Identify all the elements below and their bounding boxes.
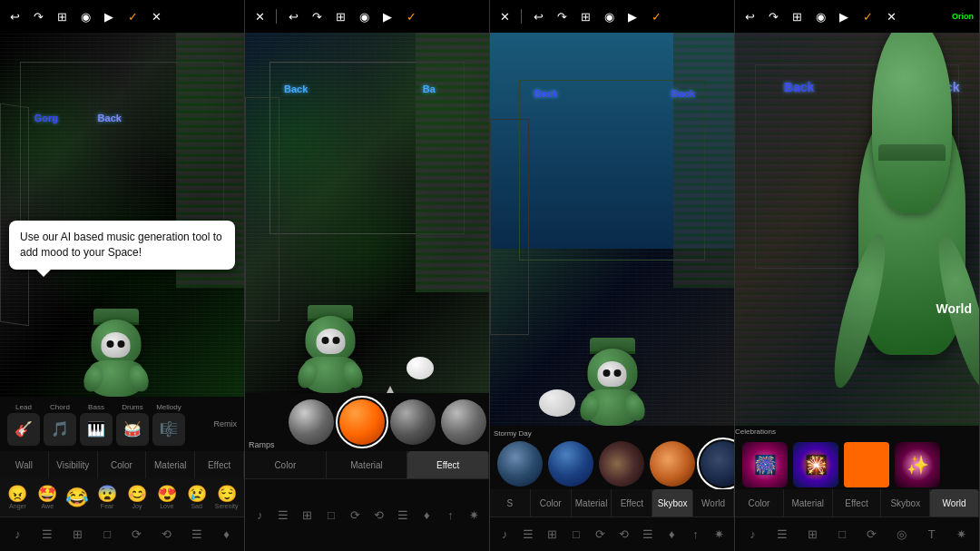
material-ball-4[interactable]: [441, 399, 486, 445]
tab-material-2[interactable]: Material: [327, 451, 408, 478]
skybox-orange[interactable]: [650, 441, 695, 487]
undo-icon[interactable]: ↩: [5, 7, 24, 25]
eye-icon[interactable]: ◉: [76, 7, 94, 25]
grid3-icon[interactable]: ⊞: [331, 7, 349, 25]
mellody-icon[interactable]: 🎼: [152, 413, 185, 446]
emoji-serenity[interactable]: 😌 Serenity: [212, 486, 240, 509]
eye2-icon[interactable]: ◉: [355, 7, 373, 25]
play4-icon[interactable]: ▶: [835, 7, 853, 25]
sparkle2-icon[interactable]: ✷: [464, 508, 485, 522]
rotate2-icon[interactable]: ⟳: [344, 508, 366, 522]
lead-icon[interactable]: 🎸: [7, 413, 40, 446]
tab-world-3[interactable]: World: [693, 489, 734, 517]
close-icon[interactable]: ✕: [147, 7, 165, 25]
tab-s-3[interactable]: S: [490, 489, 531, 517]
flip3-icon[interactable]: ⟲: [612, 517, 634, 551]
tab-color-3[interactable]: Color: [531, 489, 572, 517]
tab-wall[interactable]: Wall: [0, 451, 49, 478]
flip-icon[interactable]: ⟲: [152, 517, 181, 551]
skybox-blue-sky[interactable]: [548, 441, 593, 487]
confirm2-icon[interactable]: ✓: [402, 7, 420, 25]
list2-icon[interactable]: ☰: [392, 508, 414, 522]
play3-icon[interactable]: ▶: [623, 7, 642, 25]
undo4-icon[interactable]: ↩: [740, 7, 759, 25]
drums-icon[interactable]: 🥁: [116, 413, 149, 446]
flip2-icon[interactable]: ⟲: [368, 508, 389, 522]
grid4-icon[interactable]: ⊞: [297, 508, 318, 522]
music-icon-4[interactable]: ♪: [739, 517, 767, 551]
music-icon-2[interactable]: ♪: [249, 508, 270, 522]
tab-material-4[interactable]: Material: [784, 489, 833, 517]
sparkle3-icon[interactable]: ✷: [709, 517, 730, 551]
material-ball-2[interactable]: [339, 399, 385, 445]
tab-material[interactable]: Material: [146, 451, 195, 478]
diamond3-icon[interactable]: ♦: [661, 517, 682, 551]
menu-icon-4[interactable]: ☰: [769, 517, 797, 551]
emoji-anger[interactable]: 😠 Anger: [4, 486, 32, 509]
celebration-fireworks-pink[interactable]: 🎆: [742, 442, 788, 487]
redo4-icon[interactable]: ↷: [764, 7, 782, 25]
mellody-tool[interactable]: Mellody 🎼: [152, 403, 185, 446]
tab-color[interactable]: Color: [98, 451, 147, 478]
undo3-icon[interactable]: ↩: [529, 7, 547, 25]
rotate4-icon[interactable]: ⟳: [858, 517, 887, 551]
emoji-joy[interactable]: 😊 Joy: [123, 486, 152, 509]
close4-icon[interactable]: ✕: [882, 7, 900, 25]
emoji-fear[interactable]: 😨 Fear: [93, 486, 122, 509]
grid8-icon[interactable]: ⊞: [799, 517, 827, 551]
emoji-awe[interactable]: 🤩 Awe: [34, 486, 62, 509]
tab-effect[interactable]: Effect: [195, 451, 244, 478]
grid-icon[interactable]: ⊞: [53, 7, 71, 25]
close3-icon[interactable]: ✕: [495, 7, 514, 25]
target-icon[interactable]: ◎: [887, 517, 916, 551]
bass-tool[interactable]: Bass 🎹: [80, 403, 113, 446]
celebration-sparkle[interactable]: ✨: [895, 442, 940, 487]
skybox-night[interactable]: [701, 441, 734, 487]
emoji-love[interactable]: 😍 Love: [152, 486, 181, 509]
tab-skybox-3[interactable]: Skybox: [652, 489, 693, 517]
tab-color-2[interactable]: Color: [245, 451, 327, 478]
redo3-icon[interactable]: ↷: [553, 7, 571, 25]
tab-color-4[interactable]: Color: [735, 489, 784, 517]
tab-skybox-4[interactable]: Skybox: [881, 489, 930, 517]
tab-world-4[interactable]: World: [930, 489, 979, 517]
tab-effect-4[interactable]: Effect: [833, 489, 882, 517]
tab-effect-3[interactable]: Effect: [612, 489, 652, 517]
menu-icon-3[interactable]: ☰: [517, 517, 539, 551]
diamond-icon[interactable]: ♦: [212, 517, 240, 551]
skybox-dusk[interactable]: [599, 441, 644, 487]
confirm3-icon[interactable]: ✓: [647, 7, 665, 25]
rotate3-icon[interactable]: ⟳: [589, 517, 611, 551]
music-icon[interactable]: ♪: [4, 517, 32, 551]
redo2-icon[interactable]: ↷: [308, 7, 326, 25]
undo2-icon[interactable]: ↩: [284, 7, 302, 25]
square3-icon[interactable]: □: [565, 517, 587, 551]
menu-icon-2[interactable]: ☰: [272, 508, 294, 522]
music-icon-3[interactable]: ♪: [494, 517, 515, 551]
emoji-laugh[interactable]: 😂: [64, 489, 92, 507]
grid2-icon[interactable]: ⊞: [64, 517, 92, 551]
menu-icon[interactable]: ☰: [34, 517, 62, 551]
tab-material-3[interactable]: Material: [572, 489, 612, 517]
celebration-orange[interactable]: [844, 442, 889, 487]
emoji-sad[interactable]: 😢 Sad: [182, 486, 211, 509]
redo-icon[interactable]: ↷: [29, 7, 47, 25]
diamond2-icon[interactable]: ♦: [416, 508, 437, 522]
play2-icon[interactable]: ▶: [378, 7, 397, 25]
tab-visibility[interactable]: Visibility: [49, 451, 98, 478]
list4-icon[interactable]: T: [917, 517, 946, 551]
list-icon[interactable]: ☰: [182, 517, 211, 551]
grid5-icon[interactable]: ⊞: [576, 7, 594, 25]
grid6-icon[interactable]: ⊞: [542, 517, 564, 551]
celebration-fireworks-multi[interactable]: 🎇: [793, 442, 838, 487]
material-ball-1[interactable]: [289, 399, 334, 445]
square2-icon[interactable]: □: [320, 508, 342, 522]
material-ball-3[interactable]: [390, 399, 436, 445]
up2-icon[interactable]: ↑: [439, 508, 461, 522]
skybox-stormy[interactable]: [497, 441, 543, 487]
eye4-icon[interactable]: ◉: [811, 7, 829, 25]
list3-icon[interactable]: ☰: [637, 517, 659, 551]
chord-tool[interactable]: Chord 🎵: [44, 403, 76, 446]
sparkle4-icon[interactable]: ✷: [947, 517, 975, 551]
square4-icon[interactable]: □: [828, 517, 857, 551]
